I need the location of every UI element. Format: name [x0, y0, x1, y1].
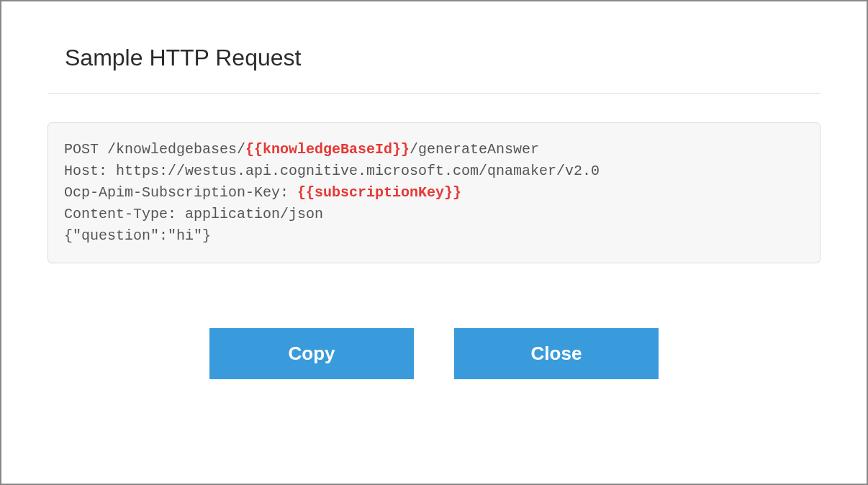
code-line-5: {"question":"hi"} — [64, 227, 211, 244]
modal-title: Sample HTTP Request — [48, 45, 820, 71]
code-line-4: Content-Type: application/json — [64, 206, 323, 222]
code-line-2: Host: https://westus.api.cognitive.micro… — [64, 163, 600, 179]
code-line-3-prefix: Ocp-Apim-Subscription-Key: — [64, 184, 297, 201]
http-request-code-block: POST /knowledgebases/{{knowledgeBaseId}}… — [48, 122, 820, 263]
code-line-1-prefix: POST /knowledgebases/ — [64, 141, 245, 158]
close-button[interactable]: Close — [454, 328, 659, 379]
subscription-key-placeholder: {{subscriptionKey}} — [297, 184, 461, 201]
divider — [48, 93, 820, 94]
modal-dialog: Sample HTTP Request POST /knowledgebases… — [0, 0, 868, 485]
button-row: Copy Close — [48, 328, 820, 379]
modal-content: Sample HTTP Request POST /knowledgebases… — [1, 1, 867, 484]
code-line-1-suffix: /generateAnswer — [410, 141, 539, 158]
copy-button[interactable]: Copy — [209, 328, 414, 379]
knowledgebase-id-placeholder: {{knowledgeBaseId}} — [245, 141, 410, 158]
